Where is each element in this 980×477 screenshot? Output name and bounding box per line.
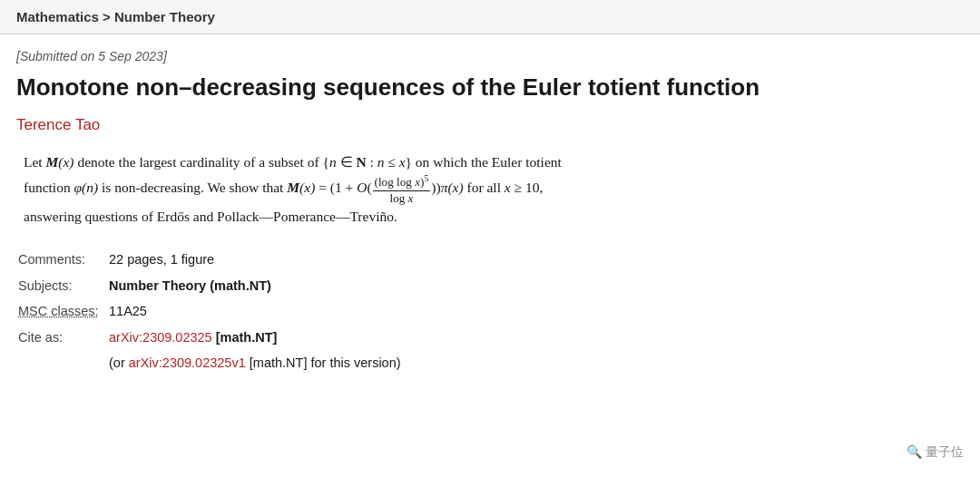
math-n2: n [377, 154, 385, 170]
subjects-label: Subjects: [18, 275, 109, 297]
msc-label: MSC classes: [18, 300, 109, 323]
paper-title: Monotone non–decreasing sequences of the… [16, 73, 946, 103]
cite-v1-prefix: (or [109, 355, 129, 370]
abstract-line2: function φ(n) is non-decreasing. We show… [24, 180, 543, 195]
msc-value: 11A25 [109, 300, 147, 323]
abstract-text: Let M(x) denote the largest cardinality … [16, 151, 946, 229]
math-N: N [356, 154, 366, 170]
cite-v1-suffix: for this version) [307, 355, 400, 370]
main-content: [Submitted on 5 Sep 2023] Monotone non–d… [0, 34, 962, 393]
abstract-line1: Let M(x) denote the largest cardinality … [24, 154, 562, 170]
arxiv-link[interactable]: arXiv:2309.02325 [109, 330, 212, 345]
submitted-date: [Submitted on 5 Sep 2023] [16, 49, 946, 63]
math-phi: φ [74, 180, 83, 195]
math-pi-x: π(x) [441, 180, 464, 195]
metadata-comments-row: Comments: 22 pages, 1 figure [18, 248, 946, 271]
author-link[interactable]: Terence Tao [16, 116, 100, 133]
metadata-msc-row: MSC classes: 11A25 [18, 300, 946, 323]
math-fraction: (log log x)5log x [373, 173, 431, 205]
math-x-paren: (x) [58, 154, 74, 170]
fraction-numerator: (log log x)5 [373, 173, 431, 190]
cite-value: arXiv:2309.02325 [math.NT] [109, 326, 277, 349]
cite-v1-tag: [math.NT] [246, 355, 308, 370]
cite-v1-value: (or arXiv:2309.02325v1 [math.NT] for thi… [109, 352, 401, 375]
comments-label: Comments: [18, 248, 109, 271]
math-x2: x [505, 180, 511, 195]
comments-value: 22 pages, 1 figure [109, 248, 214, 271]
breadcrumb-bar: Mathematics > Number Theory [0, 0, 980, 34]
fraction-sup: 5 [424, 173, 428, 183]
breadcrumb-text: Mathematics > Number Theory [16, 9, 215, 24]
math-n-paren: (n) [82, 180, 98, 195]
cite-tag: [math.NT] [216, 330, 278, 345]
metadata-subjects-row: Subjects: Number Theory (math.NT) [18, 275, 946, 297]
math-x: x [399, 154, 406, 170]
watermark-icon: 🔍 [906, 444, 922, 459]
subjects-value: Number Theory (math.NT) [109, 275, 271, 297]
cite-label: Cite as: [18, 326, 109, 349]
math-n: n [329, 154, 337, 170]
metadata-cite-v1-row: (or arXiv:2309.02325v1 [math.NT] for thi… [18, 352, 946, 375]
math-M: M [46, 154, 59, 170]
abstract-line3: answering questions of Erdős and Pollack… [24, 209, 397, 224]
watermark: 🔍 量子位 [906, 444, 964, 461]
fraction-denominator: log x [387, 191, 415, 206]
math-Mx: M(x) [287, 180, 315, 195]
metadata-cite-row: Cite as: arXiv:2309.02325 [math.NT] [18, 326, 946, 349]
arxiv-v1-link[interactable]: arXiv:2309.02325v1 [129, 355, 246, 370]
math-O: O [357, 180, 367, 195]
watermark-text: 量子位 [926, 444, 964, 459]
metadata-section: Comments: 22 pages, 1 figure Subjects: N… [16, 248, 946, 375]
